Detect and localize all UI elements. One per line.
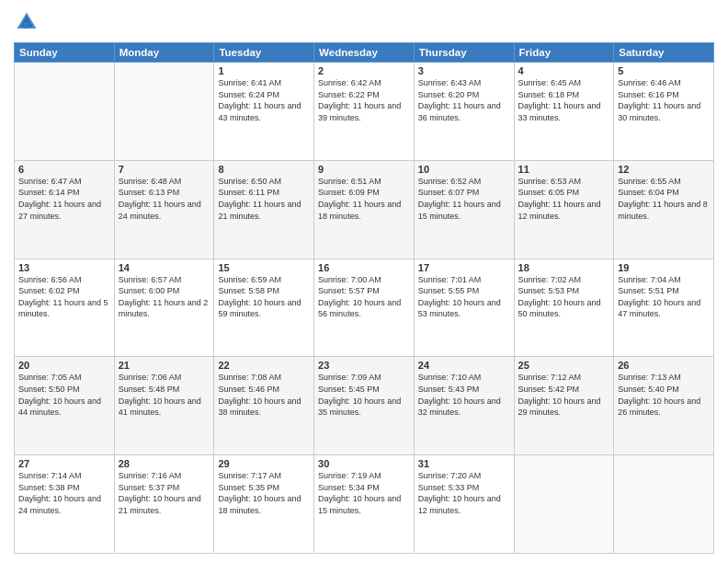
header	[14, 9, 714, 35]
day-info: Sunrise: 6:53 AM Sunset: 6:05 PM Dayligh…	[518, 176, 610, 222]
calendar-cell: 18Sunrise: 7:02 AM Sunset: 5:53 PM Dayli…	[514, 259, 614, 357]
day-number: 4	[518, 65, 610, 76]
day-info: Sunrise: 7:16 AM Sunset: 5:37 PM Dayligh…	[119, 470, 210, 516]
calendar-cell: 6Sunrise: 6:47 AM Sunset: 6:14 PM Daylig…	[15, 160, 115, 259]
calendar-cell: 23Sunrise: 7:09 AM Sunset: 5:45 PM Dayli…	[314, 357, 415, 455]
day-number: 17	[418, 262, 510, 273]
day-info: Sunrise: 6:56 AM Sunset: 6:02 PM Dayligh…	[18, 274, 110, 320]
calendar-cell: 27Sunrise: 7:14 AM Sunset: 5:38 PM Dayli…	[15, 455, 115, 554]
day-number: 19	[618, 262, 710, 273]
day-info: Sunrise: 7:20 AM Sunset: 5:33 PM Dayligh…	[418, 470, 510, 516]
day-number: 7	[119, 164, 210, 175]
calendar-cell: 19Sunrise: 7:04 AM Sunset: 5:51 PM Dayli…	[614, 259, 714, 357]
calendar-cell	[514, 455, 614, 554]
day-info: Sunrise: 7:10 AM Sunset: 5:43 PM Dayligh…	[418, 372, 510, 418]
calendar-cell: 14Sunrise: 6:57 AM Sunset: 6:00 PM Dayli…	[114, 259, 214, 357]
week-row-1: 6Sunrise: 6:47 AM Sunset: 6:14 PM Daylig…	[15, 160, 714, 259]
calendar-cell: 28Sunrise: 7:16 AM Sunset: 5:37 PM Dayli…	[114, 455, 214, 554]
day-number: 12	[618, 164, 710, 175]
calendar-cell: 12Sunrise: 6:55 AM Sunset: 6:04 PM Dayli…	[614, 160, 714, 259]
week-row-2: 13Sunrise: 6:56 AM Sunset: 6:02 PM Dayli…	[15, 259, 714, 357]
page: SundayMondayTuesdayWednesdayThursdayFrid…	[0, 0, 728, 563]
day-info: Sunrise: 7:02 AM Sunset: 5:53 PM Dayligh…	[518, 274, 610, 320]
header-row: SundayMondayTuesdayWednesdayThursdayFrid…	[15, 43, 714, 63]
day-info: Sunrise: 6:42 AM Sunset: 6:22 PM Dayligh…	[318, 77, 410, 123]
day-number: 21	[119, 360, 210, 371]
day-number: 13	[18, 262, 110, 273]
calendar-cell: 1Sunrise: 6:41 AM Sunset: 6:24 PM Daylig…	[214, 63, 314, 161]
day-info: Sunrise: 6:55 AM Sunset: 6:04 PM Dayligh…	[618, 176, 710, 222]
day-header-monday: Monday	[114, 43, 214, 63]
day-info: Sunrise: 6:41 AM Sunset: 6:24 PM Dayligh…	[218, 77, 310, 123]
calendar: SundayMondayTuesdayWednesdayThursdayFrid…	[14, 42, 714, 554]
day-header-wednesday: Wednesday	[314, 43, 415, 63]
calendar-cell: 24Sunrise: 7:10 AM Sunset: 5:43 PM Dayli…	[414, 357, 514, 455]
calendar-cell: 11Sunrise: 6:53 AM Sunset: 6:05 PM Dayli…	[514, 160, 614, 259]
day-header-thursday: Thursday	[414, 43, 514, 63]
day-info: Sunrise: 6:50 AM Sunset: 6:11 PM Dayligh…	[218, 176, 310, 222]
day-info: Sunrise: 6:48 AM Sunset: 6:13 PM Dayligh…	[119, 176, 210, 222]
day-info: Sunrise: 7:01 AM Sunset: 5:55 PM Dayligh…	[418, 274, 510, 320]
calendar-cell	[614, 455, 714, 554]
calendar-cell: 17Sunrise: 7:01 AM Sunset: 5:55 PM Dayli…	[414, 259, 514, 357]
calendar-cell: 20Sunrise: 7:05 AM Sunset: 5:50 PM Dayli…	[15, 357, 115, 455]
day-number: 27	[18, 458, 110, 469]
day-info: Sunrise: 7:12 AM Sunset: 5:42 PM Dayligh…	[518, 372, 610, 418]
day-info: Sunrise: 7:06 AM Sunset: 5:48 PM Dayligh…	[119, 372, 210, 418]
day-header-friday: Friday	[514, 43, 614, 63]
calendar-cell: 22Sunrise: 7:08 AM Sunset: 5:46 PM Dayli…	[214, 357, 314, 455]
day-number: 5	[618, 65, 710, 76]
day-number: 14	[119, 262, 210, 273]
calendar-cell: 3Sunrise: 6:43 AM Sunset: 6:20 PM Daylig…	[414, 63, 514, 161]
logo-icon	[14, 9, 40, 35]
logo	[14, 9, 43, 35]
calendar-cell: 29Sunrise: 7:17 AM Sunset: 5:35 PM Dayli…	[214, 455, 314, 554]
day-info: Sunrise: 6:51 AM Sunset: 6:09 PM Dayligh…	[318, 176, 410, 222]
day-info: Sunrise: 6:59 AM Sunset: 5:58 PM Dayligh…	[218, 274, 310, 320]
calendar-cell: 13Sunrise: 6:56 AM Sunset: 6:02 PM Dayli…	[15, 259, 115, 357]
day-info: Sunrise: 7:00 AM Sunset: 5:57 PM Dayligh…	[318, 274, 410, 320]
day-number: 10	[418, 164, 510, 175]
day-number: 23	[318, 360, 410, 371]
day-info: Sunrise: 7:13 AM Sunset: 5:40 PM Dayligh…	[618, 372, 710, 418]
day-info: Sunrise: 7:09 AM Sunset: 5:45 PM Dayligh…	[318, 372, 410, 418]
calendar-cell: 4Sunrise: 6:45 AM Sunset: 6:18 PM Daylig…	[514, 63, 614, 161]
day-number: 31	[418, 458, 510, 469]
day-info: Sunrise: 6:46 AM Sunset: 6:16 PM Dayligh…	[618, 77, 710, 123]
svg-rect-2	[24, 22, 29, 29]
day-number: 30	[318, 458, 410, 469]
day-number: 16	[318, 262, 410, 273]
week-row-0: 1Sunrise: 6:41 AM Sunset: 6:24 PM Daylig…	[15, 63, 714, 161]
calendar-cell: 25Sunrise: 7:12 AM Sunset: 5:42 PM Dayli…	[514, 357, 614, 455]
calendar-cell: 21Sunrise: 7:06 AM Sunset: 5:48 PM Dayli…	[114, 357, 214, 455]
calendar-cell: 31Sunrise: 7:20 AM Sunset: 5:33 PM Dayli…	[414, 455, 514, 554]
day-number: 22	[218, 360, 310, 371]
day-info: Sunrise: 7:04 AM Sunset: 5:51 PM Dayligh…	[618, 274, 710, 320]
week-row-4: 27Sunrise: 7:14 AM Sunset: 5:38 PM Dayli…	[15, 455, 714, 554]
day-number: 25	[518, 360, 610, 371]
calendar-cell	[15, 63, 115, 161]
day-number: 1	[218, 65, 310, 76]
day-header-saturday: Saturday	[614, 43, 714, 63]
day-info: Sunrise: 7:19 AM Sunset: 5:34 PM Dayligh…	[318, 470, 410, 516]
calendar-cell: 9Sunrise: 6:51 AM Sunset: 6:09 PM Daylig…	[314, 160, 415, 259]
day-number: 8	[218, 164, 310, 175]
day-number: 29	[218, 458, 310, 469]
day-header-tuesday: Tuesday	[214, 43, 314, 63]
calendar-cell: 5Sunrise: 6:46 AM Sunset: 6:16 PM Daylig…	[614, 63, 714, 161]
day-number: 9	[318, 164, 410, 175]
day-number: 24	[418, 360, 510, 371]
day-header-sunday: Sunday	[15, 43, 115, 63]
day-number: 15	[218, 262, 310, 273]
day-number: 6	[18, 164, 110, 175]
day-number: 28	[119, 458, 210, 469]
day-number: 11	[518, 164, 610, 175]
day-info: Sunrise: 7:14 AM Sunset: 5:38 PM Dayligh…	[18, 470, 110, 516]
calendar-cell: 26Sunrise: 7:13 AM Sunset: 5:40 PM Dayli…	[614, 357, 714, 455]
calendar-cell: 10Sunrise: 6:52 AM Sunset: 6:07 PM Dayli…	[414, 160, 514, 259]
calendar-cell: 15Sunrise: 6:59 AM Sunset: 5:58 PM Dayli…	[214, 259, 314, 357]
day-info: Sunrise: 7:08 AM Sunset: 5:46 PM Dayligh…	[218, 372, 310, 418]
day-number: 3	[418, 65, 510, 76]
calendar-cell: 7Sunrise: 6:48 AM Sunset: 6:13 PM Daylig…	[114, 160, 214, 259]
day-number: 26	[618, 360, 710, 371]
